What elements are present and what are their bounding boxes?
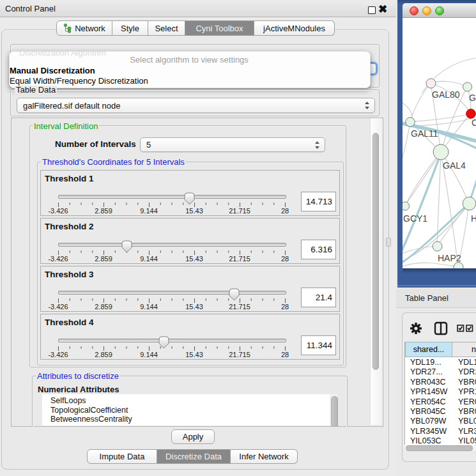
- svg-text:GAL4: GAL4: [443, 160, 466, 171]
- svg-text:HAP2: HAP2: [438, 253, 461, 263]
- svg-text:HD: HD: [471, 213, 476, 224]
- svg-text:GAL80: GAL80: [432, 89, 460, 100]
- svg-text:GCY1: GCY1: [403, 213, 427, 224]
- svg-text:GAL11: GAL11: [411, 128, 438, 139]
- svg-text:C: C: [472, 118, 476, 128]
- svg-text:GA: GA: [469, 93, 476, 103]
